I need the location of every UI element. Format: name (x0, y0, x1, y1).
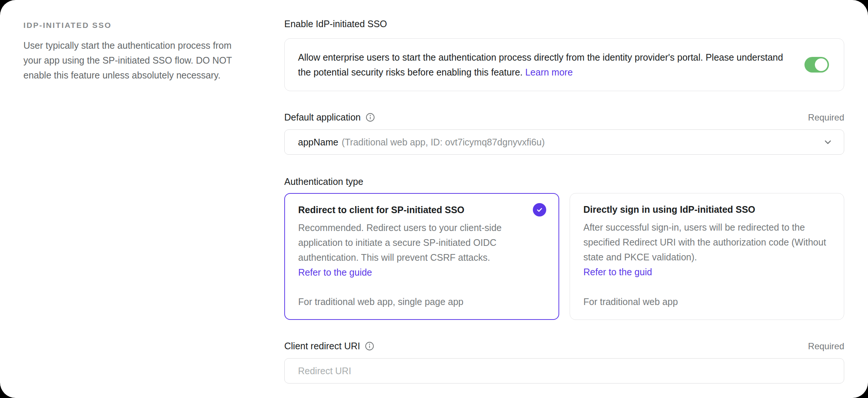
chevron-down-icon (822, 137, 833, 148)
default-application-select[interactable]: appName (Traditional web app, ID: ovt7ic… (284, 129, 844, 155)
selected-app-name: appName (298, 137, 338, 148)
selected-app-detail: (Traditional web app, ID: ovt7icymq87dgn… (341, 137, 545, 148)
default-application-label: Default application (284, 112, 361, 123)
option-description: Recommended. Redirect users to your clie… (298, 220, 546, 265)
default-application-label-row: Default application Required (284, 112, 844, 123)
enable-idp-sso-card: Allow enterprise users to start the auth… (284, 38, 844, 91)
section-description: User typically start the authentication … (23, 38, 246, 83)
client-redirect-uri-label: Client redirect URI (284, 341, 360, 352)
required-badge: Required (808, 341, 844, 352)
option-card-idp-initiated[interactable]: Directly sign in using IdP-initiated SSO… (570, 193, 844, 320)
info-icon[interactable] (365, 112, 375, 122)
option-footnote: For traditional web app (583, 285, 831, 309)
authentication-type-options: Redirect to client for SP-initiated SSO … (284, 193, 844, 320)
option-title: Redirect to client for SP-initiated SSO (298, 203, 533, 216)
required-badge: Required (808, 112, 844, 123)
check-icon (533, 203, 546, 216)
idp-initiated-sso-settings-page: IDP-INITIATED SSO User typically start t… (0, 0, 868, 398)
section-heading: IDP-INITIATED SSO (23, 21, 246, 30)
settings-form: Enable IdP-initiated SSO Allow enterpris… (284, 19, 844, 398)
client-redirect-uri-label-row: Client redirect URI Required (284, 341, 844, 352)
toggle-knob (815, 58, 827, 71)
authentication-type-label: Authentication type (284, 176, 844, 187)
client-redirect-uri-input[interactable] (284, 358, 844, 383)
enable-idp-sso-description: Allow enterprise users to start the auth… (298, 50, 787, 80)
learn-more-link[interactable]: Learn more (525, 67, 573, 77)
enable-idp-sso-label: Enable IdP-initiated SSO (284, 19, 844, 29)
section-explainer: IDP-INITIATED SSO User typically start t… (23, 19, 246, 398)
option-card-sp-initiated[interactable]: Redirect to client for SP-initiated SSO … (284, 193, 559, 320)
option-description: After successful sign-in, users will be … (583, 220, 831, 264)
option-title: Directly sign in using IdP-initiated SSO (583, 203, 831, 216)
refer-to-guide-link[interactable]: Refer to the guid (583, 264, 831, 279)
enable-idp-sso-toggle[interactable] (804, 57, 829, 73)
info-icon[interactable] (365, 341, 375, 351)
refer-to-guide-link[interactable]: Refer to the guide (298, 265, 546, 280)
option-footnote: For traditional web app, single page app (298, 285, 546, 309)
